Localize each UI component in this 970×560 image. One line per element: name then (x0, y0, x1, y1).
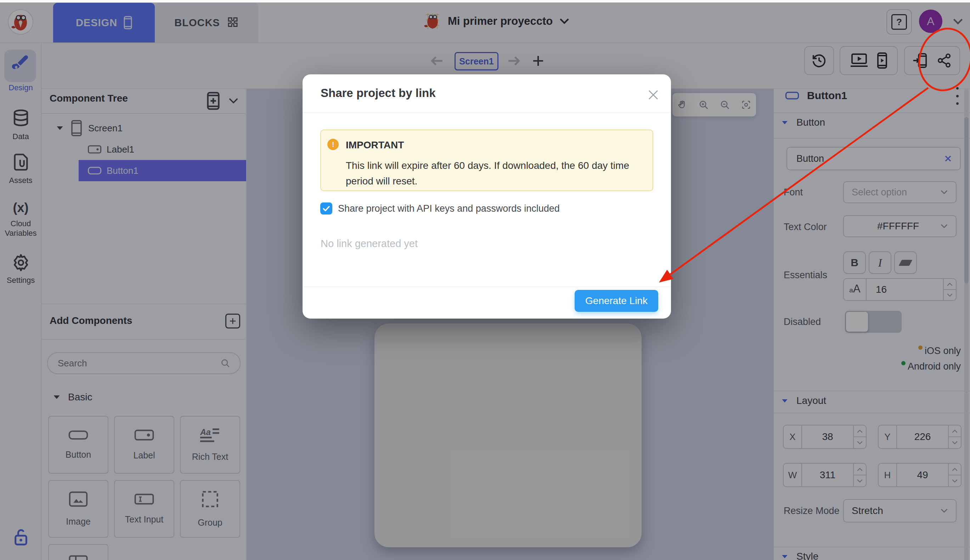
important-warning-box: ! IMPORTANT This link will expire after … (320, 130, 653, 191)
checkbox-check-icon (323, 205, 330, 212)
share-modal: Share project by link ! IMPORTANT This l… (303, 74, 671, 318)
warning-icon: ! (327, 139, 339, 150)
generate-link-label: Generate Link (585, 295, 647, 307)
app-window: DESIGN BLOCKS Mi primer proyeccto ? A (0, 0, 970, 560)
generate-link-button[interactable]: Generate Link (575, 290, 658, 312)
close-icon[interactable] (647, 88, 660, 101)
warning-body: This link will expire after 60 days. If … (346, 158, 640, 189)
checkbox-row[interactable]: Share project with API keys and password… (320, 202, 560, 215)
warning-title: IMPORTANT (346, 140, 404, 151)
modal-title: Share project by link (321, 87, 436, 100)
api-keys-checkbox[interactable] (320, 202, 332, 215)
window-top-edge (0, 0, 970, 2)
empty-state-text: No link generated yet (321, 238, 418, 250)
checkbox-label: Share project with API keys and password… (338, 203, 560, 214)
